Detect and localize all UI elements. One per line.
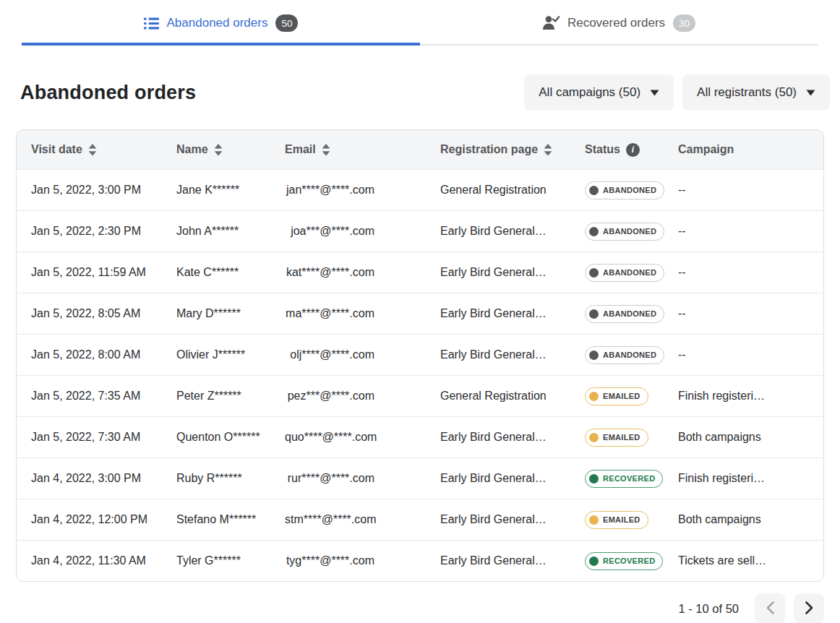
status-cell: RECOVERED bbox=[585, 552, 678, 570]
column-header-email[interactable]: Email bbox=[285, 143, 440, 156]
status-badge: EMAILED bbox=[585, 429, 648, 447]
email-cell: olj****@****.com bbox=[285, 348, 440, 361]
campaign-cell: Finish registeri… bbox=[678, 472, 823, 485]
tab-count-badge: 50 bbox=[275, 14, 298, 32]
status-label: RECOVERED bbox=[603, 557, 655, 565]
registration-page-cell: Early Bird General… bbox=[440, 266, 585, 279]
name-cell: Tyler G****** bbox=[176, 554, 285, 567]
column-label: Status bbox=[585, 143, 620, 156]
name-cell: Ruby R****** bbox=[176, 472, 285, 485]
status-dot-icon bbox=[589, 351, 599, 360]
all-registrants-dropdown[interactable]: All registrants (50) bbox=[682, 74, 830, 111]
registration-page-cell: General Registration bbox=[440, 184, 585, 197]
visit-date-cell: Jan 5, 2022, 8:05 AM bbox=[31, 307, 176, 320]
campaign-cell: Tickets are sell… bbox=[678, 554, 823, 567]
status-dot-icon bbox=[589, 309, 599, 319]
registration-page-cell: Early Bird General… bbox=[440, 348, 585, 361]
visit-date-cell: Jan 5, 2022, 7:35 AM bbox=[31, 390, 176, 403]
sort-icon[interactable] bbox=[544, 144, 552, 156]
registration-page-cell: Early Bird General… bbox=[440, 225, 585, 238]
all-campaigns-dropdown[interactable]: All campaigns (50) bbox=[524, 74, 674, 111]
visit-date-cell: Jan 5, 2022, 2:30 PM bbox=[31, 225, 176, 238]
email-cell: kat****@****.com bbox=[285, 266, 440, 279]
table-row[interactable]: Jan 5, 2022, 7:30 AM Quenton O****** quo… bbox=[17, 416, 823, 457]
campaign-cell: -- bbox=[678, 266, 823, 279]
tab-label: Abandoned orders bbox=[167, 16, 268, 30]
status-badge: EMAILED bbox=[585, 387, 648, 405]
caret-down-icon bbox=[650, 85, 659, 100]
status-cell: ABANDONED bbox=[585, 223, 678, 241]
column-label: Name bbox=[176, 143, 208, 156]
sort-icon[interactable] bbox=[88, 144, 97, 156]
status-badge: RECOVERED bbox=[585, 552, 663, 570]
registration-page-cell: Early Bird General… bbox=[440, 307, 585, 320]
table-row[interactable]: Jan 5, 2022, 3:00 PM Jane K****** jan***… bbox=[17, 169, 823, 210]
next-page-button[interactable] bbox=[794, 593, 824, 623]
status-dot-icon bbox=[589, 515, 599, 525]
status-label: ABANDONED bbox=[603, 309, 656, 318]
status-dot-icon bbox=[589, 186, 599, 195]
name-cell: Peter Z****** bbox=[176, 390, 285, 403]
status-dot-icon bbox=[589, 392, 599, 401]
dropdown-label: All registrants (50) bbox=[697, 85, 797, 100]
registration-page-cell: Early Bird General… bbox=[440, 472, 585, 485]
visit-date-cell: Jan 5, 2022, 3:00 PM bbox=[31, 184, 176, 197]
status-badge: ABANDONED bbox=[585, 346, 664, 364]
table-row[interactable]: Jan 4, 2022, 3:00 PM Ruby R****** rur***… bbox=[17, 457, 823, 499]
column-header-registration-page[interactable]: Registration page bbox=[440, 143, 585, 156]
table-row[interactable]: Jan 4, 2022, 12:00 PM Stefano M****** st… bbox=[17, 499, 823, 540]
page-title: Abandoned orders bbox=[20, 82, 196, 104]
sort-icon[interactable] bbox=[214, 144, 223, 156]
status-label: ABANDONED bbox=[603, 186, 656, 194]
status-dot-icon bbox=[589, 557, 599, 566]
column-label: Campaign bbox=[678, 143, 734, 156]
tab-abandoned-orders[interactable]: Abandoned orders 50 bbox=[22, 14, 420, 46]
visit-date-cell: Jan 5, 2022, 11:59 AM bbox=[31, 266, 176, 279]
list-icon bbox=[144, 17, 159, 30]
table-row[interactable]: Jan 5, 2022, 8:00 AM Olivier J****** olj… bbox=[17, 334, 823, 375]
email-cell: quo****@****.com bbox=[285, 431, 440, 444]
status-badge: EMAILED bbox=[585, 511, 648, 529]
table-row[interactable]: Jan 5, 2022, 7:35 AM Peter Z****** pez**… bbox=[17, 375, 823, 416]
table-row[interactable]: Jan 4, 2022, 11:30 AM Tyler G****** tyg*… bbox=[17, 540, 823, 581]
name-cell: Stefano M****** bbox=[176, 513, 285, 526]
status-cell: EMAILED bbox=[585, 387, 678, 405]
name-cell: Quenton O****** bbox=[176, 431, 285, 444]
name-cell: Kate C****** bbox=[176, 266, 285, 279]
registration-page-cell: Early Bird General… bbox=[440, 513, 585, 526]
status-badge: ABANDONED bbox=[585, 223, 664, 241]
email-cell: jan****@****.com bbox=[285, 184, 440, 197]
table-row[interactable]: Jan 5, 2022, 8:05 AM Mary D****** ma****… bbox=[17, 293, 823, 334]
table-body: Jan 5, 2022, 3:00 PM Jane K****** jan***… bbox=[17, 169, 823, 581]
visit-date-cell: Jan 4, 2022, 3:00 PM bbox=[31, 472, 176, 485]
registration-page-cell: Early Bird General… bbox=[440, 554, 585, 567]
name-cell: John A****** bbox=[176, 225, 285, 238]
sort-icon[interactable] bbox=[322, 144, 330, 156]
status-cell: EMAILED bbox=[585, 511, 678, 529]
table-row[interactable]: Jan 5, 2022, 2:30 PM John A****** joa***… bbox=[17, 210, 823, 252]
status-cell: ABANDONED bbox=[585, 305, 678, 323]
pagination: 1 - 10 of 50 bbox=[0, 593, 824, 623]
status-badge: ABANDONED bbox=[585, 305, 664, 323]
email-cell: ma****@****.com bbox=[285, 307, 440, 320]
column-label: Email bbox=[285, 143, 316, 156]
column-header-name[interactable]: Name bbox=[176, 143, 285, 156]
name-cell: Jane K****** bbox=[176, 184, 285, 197]
table-row[interactable]: Jan 5, 2022, 11:59 AM Kate C****** kat**… bbox=[17, 252, 823, 293]
campaign-cell: Both campaigns bbox=[678, 431, 823, 444]
info-icon[interactable]: i bbox=[626, 143, 640, 157]
status-dot-icon bbox=[589, 433, 599, 442]
status-cell: EMAILED bbox=[585, 429, 678, 447]
tab-label: Recovered orders bbox=[567, 16, 665, 30]
column-header-visit-date[interactable]: Visit date bbox=[31, 143, 176, 156]
status-label: EMAILED bbox=[603, 433, 640, 442]
previous-page-button[interactable] bbox=[755, 593, 785, 623]
tab-recovered-orders[interactable]: Recovered orders 30 bbox=[420, 14, 818, 46]
campaign-cell: Finish registeri… bbox=[678, 390, 823, 403]
status-badge: ABANDONED bbox=[585, 264, 664, 282]
status-dot-icon bbox=[589, 227, 599, 236]
registration-page-cell: Early Bird General… bbox=[440, 431, 585, 444]
visit-date-cell: Jan 4, 2022, 11:30 AM bbox=[31, 554, 176, 567]
visit-date-cell: Jan 4, 2022, 12:00 PM bbox=[31, 513, 176, 526]
status-label: RECOVERED bbox=[603, 474, 655, 483]
